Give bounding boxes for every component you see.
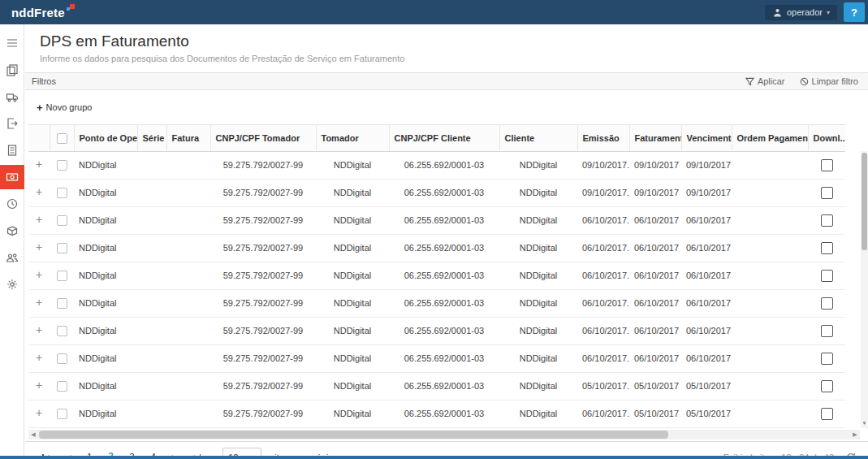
expand-row-icon[interactable]: + <box>36 406 42 419</box>
cell-cnpj_tomador: 59.275.792/0027-99 <box>210 262 316 289</box>
cell-faturamento: 06/10/2017 <box>629 289 681 317</box>
billing-icon[interactable] <box>0 165 24 189</box>
settings-icon[interactable] <box>0 272 24 297</box>
row-checkbox[interactable] <box>57 188 67 198</box>
cell-ordem <box>732 372 808 400</box>
download-checkbox[interactable] <box>821 187 833 199</box>
expand-row-icon[interactable]: + <box>36 351 42 364</box>
download-checkbox[interactable] <box>821 408 833 420</box>
column-header-ponto[interactable]: Ponto de Ope... <box>74 125 137 152</box>
column-header-cliente[interactable]: Cliente <box>499 125 577 152</box>
column-header-tomador[interactable]: Tomador <box>316 125 389 152</box>
cell-tomador: NDDigital <box>316 262 389 289</box>
cell-serie <box>137 400 166 427</box>
apply-filter-button[interactable]: Aplicar <box>745 76 785 86</box>
expand-row-icon[interactable]: + <box>36 213 42 226</box>
column-header-ordem[interactable]: Ordem Pagamento <box>732 125 808 152</box>
truck-icon[interactable] <box>0 84 24 109</box>
column-header-vencimento[interactable]: Vencimento <box>681 125 732 152</box>
new-group-button[interactable]: + Novo grupo <box>37 102 92 114</box>
v-scrollbar[interactable]: ▼ <box>861 151 868 428</box>
select-all-checkbox[interactable] <box>57 133 67 144</box>
download-checkbox[interactable] <box>821 214 833 227</box>
copy-icon[interactable] <box>0 58 24 82</box>
column-header-cnpj-cliente[interactable]: CNPJ/CPF Cliente <box>389 125 499 152</box>
topbar: nddFrete operador ▾ ? <box>0 0 868 24</box>
cell-tomador: NDDigital <box>316 179 389 206</box>
column-header-fatura[interactable]: Fatura <box>166 125 210 152</box>
cell-cnpj_cliente: 06.255.692/0001-03 <box>389 289 499 317</box>
cell-cnpj_cliente: 06.255.692/0001-03 <box>389 151 499 179</box>
expand-row-icon[interactable]: + <box>36 158 42 171</box>
cell-vencimento: 05/10/2017 <box>681 372 732 400</box>
cell-cnpj_tomador: 59.275.792/0027-99 <box>210 372 316 400</box>
cell-faturamento: 06/10/2017 <box>629 317 681 344</box>
h-scrollbar[interactable]: ◀ ▶ <box>28 430 860 440</box>
download-checkbox[interactable] <box>821 297 833 310</box>
cell-tomador: NDDigital <box>316 317 389 344</box>
cell-serie <box>137 234 166 262</box>
column-header-download[interactable]: Downl... <box>808 125 845 152</box>
row-checkbox[interactable] <box>57 215 67 226</box>
download-checkbox[interactable] <box>821 270 833 282</box>
export-icon[interactable] <box>0 111 24 136</box>
bottom-strip <box>0 456 868 459</box>
expand-row-icon[interactable]: + <box>36 185 42 198</box>
cell-ponto: NDDigital <box>74 234 137 262</box>
cell-vencimento: 06/10/2017 <box>681 344 732 372</box>
row-checkbox[interactable] <box>57 243 67 253</box>
page-subtitle: Informe os dados para pesquisa dos Docum… <box>40 54 853 63</box>
clear-filter-label: Limpar filtro <box>812 76 858 86</box>
plus-icon: + <box>37 102 43 114</box>
help-button[interactable]: ? <box>844 2 865 22</box>
menu-icon[interactable] <box>0 31 24 55</box>
table-row: +NDDigital59.275.792/0027-99NDDigital06.… <box>28 179 845 206</box>
expand-row-icon[interactable]: + <box>36 240 42 253</box>
download-checkbox[interactable] <box>821 242 833 254</box>
download-checkbox[interactable] <box>821 159 833 171</box>
row-checkbox[interactable] <box>57 298 67 309</box>
expand-row-icon[interactable]: + <box>36 379 42 392</box>
users-icon[interactable] <box>0 245 24 270</box>
row-checkbox[interactable] <box>57 353 67 364</box>
table-row: +NDDigital59.275.792/0027-99NDDigital06.… <box>28 289 845 317</box>
brand-text: nddFrete <box>11 6 65 19</box>
package-icon[interactable] <box>0 219 24 243</box>
cell-ponto: NDDigital <box>74 289 137 317</box>
cell-fatura <box>166 234 210 262</box>
cell-cliente: NDDigital <box>499 400 577 427</box>
row-checkbox[interactable] <box>57 271 67 281</box>
history-icon[interactable] <box>0 192 24 216</box>
download-checkbox[interactable] <box>821 380 833 392</box>
download-checkbox[interactable] <box>821 353 833 365</box>
expand-row-icon[interactable]: + <box>36 323 42 336</box>
cell-cnpj_tomador: 59.275.792/0027-99 <box>210 344 316 372</box>
v-scrollbar-thumb[interactable] <box>862 153 867 250</box>
column-header-faturamento[interactable]: Faturamento <box>629 125 681 152</box>
document-icon[interactable] <box>0 138 24 162</box>
column-header-serie[interactable]: Série <box>137 125 166 152</box>
filters-bar: Filtros Aplicar Limpar filtro <box>25 72 868 90</box>
scroll-left-arrow-icon[interactable]: ◀ <box>28 430 38 440</box>
row-checkbox[interactable] <box>57 409 67 419</box>
clear-filter-button[interactable]: Limpar filtro <box>800 76 858 86</box>
row-checkbox[interactable] <box>57 160 67 171</box>
column-header-emissao[interactable]: Emissão <box>577 125 629 152</box>
cell-cnpj_tomador: 59.275.792/0027-99 <box>210 400 316 427</box>
cell-cnpj_cliente: 06.255.692/0001-03 <box>389 262 499 289</box>
user-menu[interactable]: operador ▾ <box>765 5 837 20</box>
cell-faturamento: 09/10/2017 <box>629 179 681 206</box>
expand-row-icon[interactable]: + <box>36 268 42 281</box>
scroll-right-arrow-icon[interactable]: ▶ <box>850 430 860 440</box>
scroll-down-arrow-icon[interactable]: ▼ <box>861 419 868 428</box>
cell-tomador: NDDigital <box>316 372 389 400</box>
h-scrollbar-thumb[interactable] <box>39 431 668 439</box>
row-checkbox[interactable] <box>57 381 67 392</box>
cell-ponto: NDDigital <box>74 400 137 427</box>
table-row: +NDDigital59.275.792/0027-99NDDigital06.… <box>28 206 845 234</box>
expand-row-icon[interactable]: + <box>36 296 42 309</box>
cell-ponto: NDDigital <box>74 372 137 400</box>
download-checkbox[interactable] <box>821 325 833 337</box>
row-checkbox[interactable] <box>57 326 67 336</box>
column-header-cnpj-tomador[interactable]: CNPJ/CPF Tomador <box>210 125 316 152</box>
